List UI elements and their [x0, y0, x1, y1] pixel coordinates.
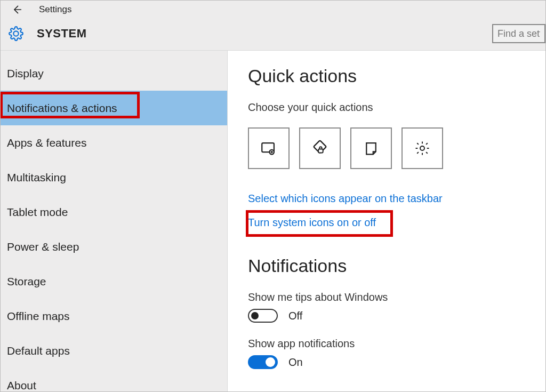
svg-rect-3 [318, 149, 323, 153]
page-title: SYSTEM [37, 27, 86, 41]
sidebar-item-notifications-actions[interactable]: Notifications & actions [1, 91, 227, 125]
sidebar-item-power-sleep[interactable]: Power & sleep [1, 229, 227, 264]
note-icon [363, 140, 379, 156]
search-input[interactable] [492, 24, 545, 43]
sidebar-item-label: Multitasking [7, 171, 66, 184]
svg-point-4 [420, 146, 424, 150]
quick-actions-row [248, 127, 545, 169]
link-turn-system-icons[interactable]: Turn system icons on or off [248, 217, 376, 229]
choose-quick-actions-label: Choose your quick actions [248, 101, 545, 114]
sidebar-item-label: Storage [7, 275, 46, 288]
sidebar-item-display[interactable]: Display [1, 56, 227, 91]
tablet-mode-icon [260, 139, 278, 157]
sidebar-item-offline-maps[interactable]: Offline maps [1, 299, 227, 333]
app-notifications-label: Show app notifications [248, 338, 545, 350]
sidebar-item-storage[interactable]: Storage [1, 264, 227, 299]
sidebar-item-label: About [7, 379, 36, 392]
section-heading-quick-actions: Quick actions [248, 66, 545, 86]
sidebar-item-label: Display [7, 67, 44, 80]
sidebar-item-label: Offline maps [7, 310, 70, 323]
sidebar-item-multitasking[interactable]: Multitasking [1, 160, 227, 195]
gear-icon [8, 26, 24, 42]
sidebar-item-label: Notifications & actions [7, 102, 117, 115]
quick-action-tile-settings[interactable] [402, 127, 443, 169]
sidebar-item-label: Default apps [7, 345, 70, 357]
toggle-tips-state: Off [288, 310, 302, 322]
sidebar-item-label: Apps & features [7, 137, 86, 149]
sidebar-item-label: Tablet mode [7, 206, 68, 219]
sidebar-item-apps-features[interactable]: Apps & features [1, 125, 227, 160]
toggle-app-notifications[interactable] [248, 355, 278, 369]
settings-icon [414, 140, 430, 156]
sidebar-item-default-apps[interactable]: Default apps [1, 333, 227, 368]
section-heading-notifications: Notifications [248, 255, 545, 276]
app-label: Settings [39, 4, 71, 15]
sidebar-item-label: Power & sleep [7, 241, 79, 253]
rotation-lock-icon [311, 139, 329, 157]
toggle-tips[interactable] [248, 309, 278, 323]
link-select-taskbar-icons[interactable]: Select which icons appear on the taskbar [248, 193, 443, 205]
toggle-app-notifications-state: On [288, 356, 303, 369]
content-pane: Quick actions Choose your quick actions [228, 51, 545, 391]
quick-action-tile-tablet-mode[interactable] [248, 127, 290, 169]
back-button[interactable] [8, 1, 25, 18]
quick-action-tile-rotation-lock[interactable] [299, 127, 341, 169]
sidebar: Display Notifications & actions Apps & f… [1, 51, 228, 391]
sidebar-item-tablet-mode[interactable]: Tablet mode [1, 195, 227, 229]
quick-action-tile-note[interactable] [350, 127, 392, 169]
tips-label: Show me tips about Windows [248, 291, 545, 303]
sidebar-item-about[interactable]: About [1, 368, 227, 392]
arrow-left-icon [11, 4, 22, 15]
header-bar: Settings SYSTEM [1, 1, 545, 51]
